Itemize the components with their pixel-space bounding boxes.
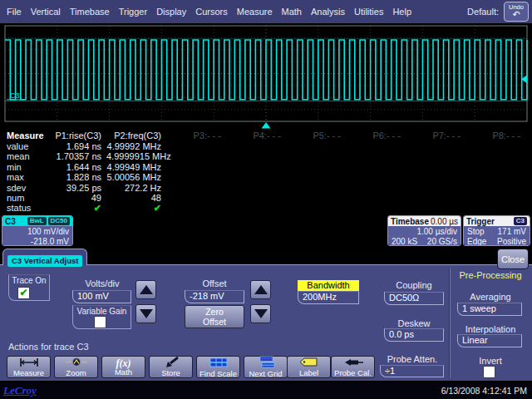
measure-row: min1.644 ns4.99949 MHz [0,162,532,172]
measure-table: MeasureP1:rise(C3)P2:freq(C3)P3:- - -P4:… [0,131,532,214]
trigger-position-marker[interactable] [262,122,271,129]
waveform-svg: C3 [0,23,532,131]
trigger-mode-readout: Stop [467,227,485,237]
measure-row: max1.828 ns5.00056 MHz [0,172,532,182]
menu-item-measure[interactable]: Measure [237,7,273,17]
channel-c3-descriptor[interactable]: C3 BwL DC50 100 mV/div -218.0 mV [2,215,73,246]
measure-column-header[interactable]: P4:- - - [226,131,286,141]
status-bar: LeCroy 6/13/2008 4:12:41 PM [0,382,532,399]
averaging-field[interactable]: 1 sweep [457,303,522,316]
measure-cell [346,172,406,182]
coupling-field[interactable]: DC50Ω [384,292,444,305]
undo-button[interactable]: Undo ↶ [504,2,529,22]
action-button-label[interactable]: Label [287,356,331,378]
action-button-find-scale[interactable]: Find Scale [196,356,240,378]
measure-cell: 272.2 Hz [106,183,166,193]
measure-column-header[interactable]: P5:- - - [286,131,346,141]
action-button-probe-cal[interactable]: Probe Cal. [331,356,375,378]
measure-cell [406,141,466,151]
deskew-field[interactable]: 0.0 ps [384,328,444,342]
measure-cell [466,193,525,203]
measure-cell: 4.9999915 MHz [106,151,166,161]
measure-cell [466,141,525,151]
offset-up-button[interactable] [250,280,271,299]
trigger-descriptor[interactable]: Trigger C3 Stop 171 mV Edge Positive [463,215,530,246]
measure-row: mean1.70357 ns4.9999915 MHz [0,151,532,161]
measure-row-label: min [0,162,47,172]
channel-position-marker[interactable]: C3 [10,91,20,100]
measure-cell [466,162,525,172]
c3-descriptor-header: C3 BwL DC50 [2,216,72,226]
measure-cell [226,172,286,182]
close-button[interactable]: Close [497,249,529,269]
action-button-zoom[interactable]: Zoom [54,356,98,378]
menu-item-cursors[interactable]: Cursors [195,7,228,17]
probe-atten-field[interactable]: ÷1 [380,365,444,377]
bandwidth-limit-badge: BwL [27,217,47,225]
measure-column-header[interactable]: P3:- - - [166,131,226,141]
tab-c3-vertical-adjust[interactable]: C3 Vertical Adjust [2,249,87,265]
menu-item-help[interactable]: Help [392,7,411,17]
trace-on-checkbox[interactable]: ✔ [17,287,30,299]
zero-offset-button[interactable]: Zero Offset [185,305,244,328]
volts-div-down-button[interactable] [135,304,156,323]
measure-cell [406,162,466,172]
default-setup-label: Default: [467,7,499,17]
menu-item-timebase[interactable]: Timebase [70,7,110,17]
measure-cell: ✔ [47,203,106,213]
probe-cal-icon [343,357,363,369]
measure-cell [286,193,346,203]
trigger-title: Trigger [466,217,495,226]
menu-item-utilities[interactable]: Utilities [354,7,383,17]
variable-gain-checkbox[interactable] [94,316,106,328]
offset-label: Offset [185,278,244,288]
volts-div-up-button[interactable] [135,280,156,299]
action-button-label: Measure [13,369,44,377]
measure-header-row: MeasureP1:rise(C3)P2:freq(C3)P3:- - -P4:… [0,131,532,141]
action-button-measure[interactable]: Measure [7,356,51,378]
measure-column-header[interactable]: P7:- - - [406,131,466,141]
bandwidth-label: Bandwidth [298,280,359,291]
menu-item-math[interactable]: Math [282,7,302,17]
waveform-display[interactable]: C3 [0,23,532,131]
bandwidth-field[interactable]: 200MHz [298,291,359,304]
measure-cell [346,141,406,151]
averaging-label: Averaging [456,292,525,302]
menu-item-trigger[interactable]: Trigger [119,7,147,17]
measure-column-header[interactable]: P8:- - - [466,131,525,141]
measure-cell [346,203,406,213]
action-button-math[interactable]: f(x)Math [101,356,145,378]
action-button-label: Find Scale [200,370,237,378]
invert-checkbox[interactable] [483,366,495,378]
action-button-label: Next Grid [249,370,282,378]
measure-cell [166,183,226,193]
measure-cell [466,172,525,182]
measure-cell [226,183,286,193]
action-button-label: Label [299,369,318,377]
measure-column-header[interactable]: P2:freq(C3) [106,131,166,141]
measure-cell: 1.70357 ns [47,151,106,161]
measure-cell: 39.25 ps [47,183,106,193]
variable-gain-label: Variable Gain [73,307,131,316]
descriptor-row: C3 BwL DC50 100 mV/div -218.0 mV Timebas… [0,213,532,248]
measure-column-header[interactable]: P6:- - - [346,131,406,141]
action-button-next-grid[interactable]: Next Grid [244,356,288,378]
timebase-descriptor[interactable]: Timebase 0.00 µs 1.00 µs/div 200 kS 20 G… [387,215,461,246]
interpolation-field[interactable]: Linear [457,334,522,347]
action-button-label: Store [161,369,180,377]
offset-field[interactable]: -218 mV [185,290,244,303]
measure-row: value1.694 ns4.99992 MHz [0,141,532,151]
action-button-store[interactable]: Store [149,356,193,378]
menu-item-analysis[interactable]: Analysis [311,7,345,17]
tab-label: C3 Vertical Adjust [7,255,82,267]
measure-column-header[interactable]: P1:rise(C3) [47,131,106,141]
measure-cell: 48 [106,193,166,203]
offset-down-button[interactable] [250,304,271,323]
menu-item-vertical[interactable]: Vertical [31,7,61,17]
menu-item-display[interactable]: Display [156,7,186,17]
deskew-label: Deskew [384,318,444,328]
volts-div-field[interactable]: 100 mV [72,290,131,303]
timebase-delay-readout: 0.00 µs [431,217,458,226]
measure-cell [466,203,525,213]
menu-item-file[interactable]: File [7,7,22,17]
